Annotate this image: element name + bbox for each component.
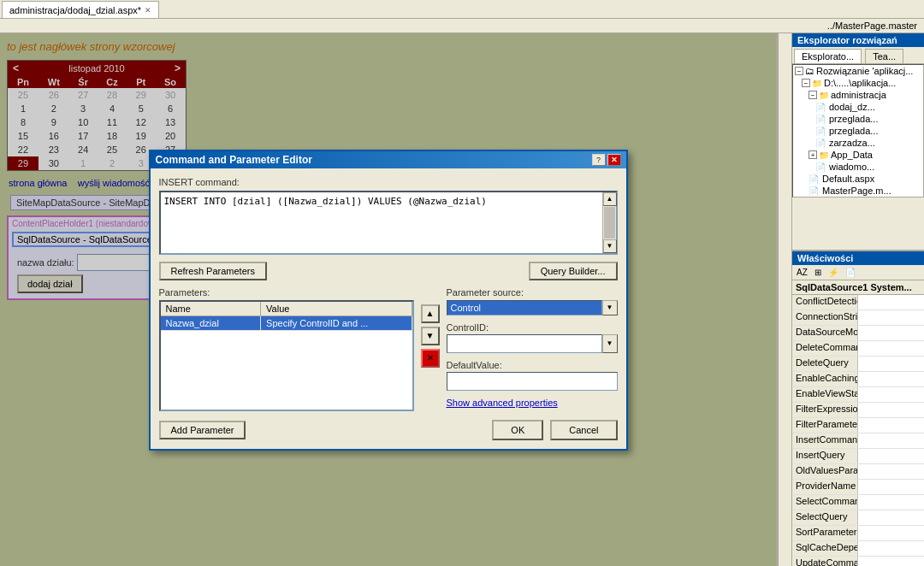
prop-value[interactable] <box>858 495 924 510</box>
add-parameter-button[interactable]: Add Parameter <box>159 421 246 439</box>
prop-item: InsertCommandType <box>792 433 924 449</box>
params-col-name[interactable]: Name <box>161 302 262 315</box>
prop-name: SortParameterName <box>792 526 858 540</box>
prop-name: DataSourceMode <box>792 326 858 340</box>
ok-button[interactable]: OK <box>492 420 543 440</box>
prop-value[interactable] <box>858 326 924 340</box>
tree-label: dodaj_dz... <box>829 102 875 112</box>
cancel-button[interactable]: Cancel <box>550 420 617 440</box>
source-dropdown-value[interactable]: Control <box>447 300 602 315</box>
tree-label: wiadomo... <box>829 162 874 172</box>
source-dropdown-arrow[interactable]: ▼ <box>602 300 618 315</box>
right-panel: Eksplorator rozwiązań Eksplorato... Tea.… <box>791 33 924 566</box>
params-row[interactable]: Nazwa_dzial Specify ControlID and ... <box>161 316 412 331</box>
prop-value[interactable] <box>858 310 924 325</box>
prop-sort-alpha-btn[interactable]: AZ <box>794 266 810 279</box>
query-builder-button[interactable]: Query Builder... <box>529 262 618 280</box>
tree-item-file5[interactable]: 📄 wiadomo... <box>793 161 923 173</box>
expand-icon[interactable]: − <box>795 67 803 75</box>
param-down-button[interactable]: ▼ <box>421 327 440 345</box>
prop-name: SqlCacheDependency <box>792 541 858 556</box>
scroll-down-btn[interactable]: ▼ <box>603 239 617 253</box>
prop-item: SelectQuery <box>792 510 924 526</box>
prop-events-btn[interactable]: ⚡ <box>826 266 841 279</box>
prop-value[interactable] <box>858 295 924 310</box>
prop-name: OldValuesParameterFo... <box>792 464 858 479</box>
solution-explorer: Eksplorator rozwiązań Eksplorato... Tea.… <box>792 33 924 250</box>
tree-label: przeglada... <box>829 126 878 136</box>
prop-item: FilterExpression <box>792 403 924 418</box>
advanced-properties-link[interactable]: Show advanced properties <box>447 398 558 408</box>
prop-value[interactable] <box>858 403 924 417</box>
prop-value[interactable] <box>858 557 924 566</box>
prop-value[interactable] <box>858 464 924 479</box>
tree-item-file3[interactable]: 📄 przeglada... <box>793 125 923 137</box>
prop-value[interactable] <box>858 449 924 463</box>
prop-sort-cat-btn[interactable]: ⊞ <box>812 266 824 279</box>
prop-name: InsertCommandType <box>792 433 858 448</box>
source-label: Parameter source: <box>447 287 618 298</box>
tree-label: Rozwiązanie 'aplikacj... <box>816 66 913 76</box>
params-list: Name Value Nazwa_dzial Specify ControlID… <box>159 300 414 411</box>
prop-value[interactable] <box>858 541 924 556</box>
prop-list: ConflictDetection ConnectionString DataS… <box>792 295 924 566</box>
prop-value[interactable] <box>858 341 924 356</box>
prop-item: SelectCommandType <box>792 495 924 510</box>
controlid-dropdown-arrow[interactable]: ▼ <box>602 334 618 353</box>
controlid-label: ControlID: <box>447 322 618 333</box>
param-delete-button[interactable]: ✕ <box>421 349 440 368</box>
tab-bar: administracja/dodaj_dzial.aspx* ✕ <box>0 0 924 19</box>
tree-item-default[interactable]: 📄 Default.aspx <box>793 173 923 185</box>
controlid-group: ControlID: ▼ <box>447 322 618 353</box>
tree-item-project[interactable]: − 📁 D:\.....\aplikacja... <box>793 77 923 89</box>
scroll-thumb[interactable] <box>604 207 615 239</box>
defaultvalue-input[interactable] <box>447 372 618 391</box>
expand-icon[interactable]: + <box>808 150 817 159</box>
solution-explorer-title: Eksplorator rozwiązań <box>797 35 897 45</box>
tree-label: zarzadza... <box>829 138 875 148</box>
dialog-controls: ? ✕ <box>592 154 621 166</box>
solution-explorer-tabs: Eksplorato... Tea... <box>792 47 924 64</box>
tree-item-masterpage[interactable]: 📄 MasterPage.m... <box>793 185 923 197</box>
prop-value[interactable] <box>858 418 924 433</box>
prop-item: EnableCaching <box>792 372 924 387</box>
dialog-close-button[interactable]: ✕ <box>607 154 621 166</box>
controlid-input[interactable] <box>447 334 602 353</box>
tree-item-file4[interactable]: 📄 zarzadza... <box>793 137 923 149</box>
params-right: Parameter source: Control ▼ ControlID: <box>447 287 618 411</box>
se-tab-1[interactable]: Eksplorato... <box>794 49 862 63</box>
prop-value[interactable] <box>858 480 924 494</box>
design-scrollbar[interactable] <box>778 33 791 566</box>
params-col-value[interactable]: Value <box>261 302 412 315</box>
tree-item-admin[interactable]: − 📁 administracja <box>793 89 923 101</box>
tree-item-file1[interactable]: 📄 dodaj_dz... <box>793 101 923 113</box>
prop-name: EnableCaching <box>792 372 858 386</box>
prop-toolbar: AZ ⊞ ⚡ 📄 <box>792 265 924 280</box>
modal-overlay: Command and Parameter Editor ? ✕ INSERT … <box>0 33 776 566</box>
se-tab-2[interactable]: Tea... <box>865 49 903 63</box>
tab-label: administracja/dodaj_dzial.aspx* <box>9 5 141 15</box>
tree-item-file2[interactable]: 📄 przeglada... <box>793 113 923 125</box>
prop-pages-btn[interactable]: 📄 <box>843 266 858 279</box>
refresh-parameters-button[interactable]: Refresh Parameters <box>159 262 267 280</box>
tree-view: − 🗂 Rozwiązanie 'aplikacj... − 📁 D:\....… <box>792 64 924 198</box>
param-up-button[interactable]: ▲ <box>421 304 440 323</box>
expand-icon[interactable]: − <box>802 79 810 87</box>
expand-icon[interactable]: − <box>808 91 817 99</box>
dialog-help-button[interactable]: ? <box>592 154 606 166</box>
prop-value[interactable] <box>858 526 924 540</box>
cmd-textarea[interactable]: INSERT INTO [dzial] ([Nazwa_dzial]) VALU… <box>161 192 602 253</box>
main-tab[interactable]: administracja/dodaj_dzial.aspx* ✕ <box>2 1 159 18</box>
prop-value[interactable] <box>858 357 924 371</box>
prop-value[interactable] <box>858 510 924 525</box>
tree-item-solution[interactable]: − 🗂 Rozwiązanie 'aplikacj... <box>793 65 923 77</box>
scroll-up-btn[interactable]: ▲ <box>603 192 617 206</box>
tree-label: MasterPage.m... <box>822 186 891 196</box>
tab-close-icon[interactable]: ✕ <box>145 6 151 15</box>
tree-item-appdata[interactable]: + 📁 App_Data <box>793 149 923 161</box>
prop-value[interactable] <box>858 387 924 402</box>
prop-value[interactable] <box>858 372 924 386</box>
prop-name: ConflictDetection <box>792 295 858 310</box>
content-area: to jest nagłówek strony wzorcowej < list… <box>0 33 924 566</box>
prop-value[interactable] <box>858 433 924 448</box>
